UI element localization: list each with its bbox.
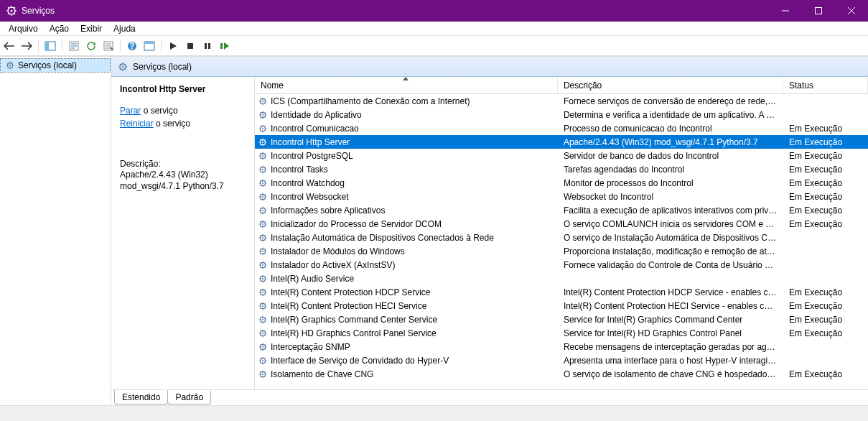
service-name: Incontrol Tasks <box>271 165 328 175</box>
toggle-description-button[interactable] <box>141 38 157 54</box>
col-header-desc[interactable]: Descrição <box>558 78 783 93</box>
service-name: Interceptação SNMP <box>271 342 350 352</box>
col-header-status[interactable]: Status <box>783 78 868 93</box>
table-row[interactable]: Interceptação SNMPRecebe mensagens de in… <box>255 340 868 353</box>
service-name: Intel(R) Content Protection HDCP Service <box>271 287 431 297</box>
table-row[interactable]: Interface de Serviço de Convidado do Hyp… <box>255 353 868 367</box>
stop-link[interactable]: Parar <box>120 106 141 116</box>
svg-point-20 <box>262 100 263 101</box>
table-row[interactable]: Inicializador do Processo de Servidor DC… <box>255 217 868 231</box>
close-button[interactable] <box>835 0 868 22</box>
tab-extended[interactable]: Estendido <box>114 390 168 404</box>
table-row[interactable]: Intel(R) Audio Service <box>255 272 868 285</box>
svg-point-40 <box>262 236 263 238</box>
table-row[interactable]: Incontrol Http ServerApache/2.4.43 (Win3… <box>255 135 868 149</box>
svg-point-28 <box>262 154 263 156</box>
gear-icon <box>258 301 268 311</box>
table-row[interactable]: Incontrol PostgreSQLServidor de banco de… <box>255 149 868 162</box>
service-name: Informações sobre Aplicativos <box>271 205 385 216</box>
restart-suffix: o serviço <box>154 119 190 129</box>
tree-root-item[interactable]: Serviços (local) <box>0 58 111 73</box>
content-header: Serviços (local) <box>111 57 868 77</box>
table-row[interactable]: Instalação Automática de Dispositivos Co… <box>255 231 868 244</box>
svg-point-56 <box>262 346 263 347</box>
service-desc: Websocket do Incontrol <box>558 192 783 202</box>
service-desc: Intel(R) Content Protection HDCP Service… <box>558 287 783 297</box>
svg-point-22 <box>262 114 263 115</box>
table-row[interactable]: Isolamento de Chave CNGO serviço de isol… <box>255 367 868 381</box>
table-row[interactable]: Incontrol WebsocketWebsocket do Incontro… <box>255 190 868 203</box>
menu-ajuda[interactable]: Ajuda <box>108 22 141 35</box>
table-row[interactable]: Instalador do ActiveX (AxInstSV)Fornece … <box>255 258 868 272</box>
menu-exibir[interactable]: Exibir <box>75 22 108 35</box>
table-row[interactable]: Incontrol TasksTarefas agendadas do Inco… <box>255 162 868 176</box>
desc-text: Apache/2.4.43 (Win32) mod_wsgi/4.7.1 Pyt… <box>120 169 246 192</box>
table-row[interactable]: Incontrol WatchdogMonitor de processos d… <box>255 176 868 190</box>
table-row[interactable]: Intel(R) Graphics Command Center Service… <box>255 313 868 326</box>
table-row[interactable]: Intel(R) Content Protection HDCP Service… <box>255 285 868 299</box>
svg-point-42 <box>262 250 263 251</box>
table-row[interactable]: ICS (Compartilhamento de Conexão com a I… <box>255 94 868 108</box>
properties-button[interactable] <box>66 38 82 54</box>
table-row[interactable]: Identidade do AplicativoDetermina e veri… <box>255 108 868 121</box>
service-desc: Servidor de banco de dados do Incontrol <box>558 151 783 161</box>
service-name: Intel(R) Content Protection HECI Service <box>271 301 426 311</box>
service-desc: Fornece serviços de conversão de endereç… <box>558 96 783 106</box>
tab-standard[interactable]: Padrão <box>167 391 211 404</box>
help-button[interactable]: ? <box>124 38 140 54</box>
restart-link[interactable]: Reiniciar <box>120 119 154 129</box>
body-area: Serviços (local) Serviços (local) Incont… <box>0 56 868 405</box>
svg-rect-11 <box>187 43 193 49</box>
gear-icon <box>258 219 268 229</box>
table-row[interactable]: Instalador de Módulos do WindowsProporci… <box>255 244 868 258</box>
service-name: Incontrol Watchdog <box>271 178 345 188</box>
app-icon <box>6 5 17 17</box>
service-desc: Intel(R) Content Protection HECI Service… <box>558 301 783 311</box>
table-row[interactable]: Intel(R) HD Graphics Control Panel Servi… <box>255 326 868 340</box>
gear-icon <box>258 342 268 352</box>
view-tabs: Estendido Padrão <box>111 389 868 405</box>
show-hide-tree-button[interactable] <box>42 38 58 54</box>
table-row[interactable]: Incontrol ComunicacaoProcesso de comunic… <box>255 121 868 135</box>
service-status: Em Execução <box>783 178 868 188</box>
service-status: Em Execução <box>783 151 868 161</box>
minimize-button[interactable] <box>769 0 802 22</box>
service-name: Incontrol Websocket <box>271 192 349 202</box>
gear-icon <box>258 356 268 366</box>
svg-point-46 <box>262 277 263 279</box>
svg-point-24 <box>262 127 263 129</box>
restart-service-button[interactable] <box>217 38 233 54</box>
service-desc: Recebe mensagens de interceptação gerada… <box>558 342 783 352</box>
table-row[interactable]: Intel(R) Content Protection HECI Service… <box>255 299 868 313</box>
menu-acao[interactable]: Ação <box>44 22 75 35</box>
refresh-button[interactable] <box>83 38 99 54</box>
service-status: Em Execução <box>783 315 868 325</box>
svg-point-34 <box>262 195 263 197</box>
back-button[interactable] <box>1 38 17 54</box>
maximize-button[interactable] <box>802 0 835 22</box>
gear-icon <box>258 233 268 243</box>
table-row[interactable]: Informações sobre AplicativosFacilita a … <box>255 203 868 217</box>
gear-icon <box>258 205 268 216</box>
forward-button[interactable] <box>19 38 34 54</box>
service-name: Instalação Automática de Dispositivos Co… <box>271 233 494 243</box>
stop-service-button[interactable] <box>182 38 198 54</box>
list-body[interactable]: ICS (Compartilhamento de Conexão com a I… <box>255 94 868 389</box>
service-desc: O serviço de isolamento de chave CNG é h… <box>558 369 783 379</box>
service-status: Em Execução <box>783 192 868 202</box>
gear-icon <box>258 315 268 325</box>
export-list-button[interactable] <box>101 38 116 54</box>
gear-icon <box>258 260 268 270</box>
col-header-name[interactable]: Nome <box>255 78 558 93</box>
service-status: Em Execução <box>783 287 868 297</box>
detail-pane: Incontrol Http Server Parar o serviço Re… <box>111 77 255 389</box>
pause-service-button[interactable] <box>200 38 215 54</box>
start-service-button[interactable] <box>165 38 181 54</box>
tree-pane: Serviços (local) <box>0 57 111 405</box>
svg-rect-13 <box>208 43 210 49</box>
service-name: Incontrol Http Server <box>271 137 350 147</box>
menu-arquivo[interactable]: Arquivo <box>3 22 44 35</box>
svg-point-52 <box>262 318 263 320</box>
service-desc: O serviço COMLAUNCH inicia os servidores… <box>558 219 783 229</box>
tree-root-label: Serviços (local) <box>18 60 77 70</box>
